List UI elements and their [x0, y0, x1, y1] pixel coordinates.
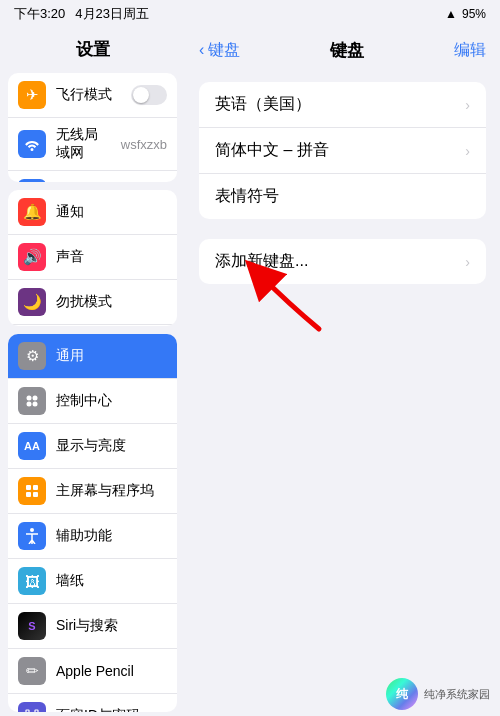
content-header: ‹ 键盘 键盘 编辑	[185, 28, 500, 72]
sidebar-item-faceid[interactable]: 面容ID与密码	[8, 694, 177, 712]
sidebar-item-sound[interactable]: 🔊 声音	[8, 235, 177, 280]
homescreen-icon	[18, 477, 46, 505]
display-icon: AA	[18, 432, 46, 460]
sidebar-item-notification[interactable]: 🔔 通知	[8, 190, 177, 235]
sidebar-item-label-controlcenter: 控制中心	[56, 392, 167, 410]
sidebar-item-dnd[interactable]: 🌙 勿扰模式	[8, 280, 177, 325]
content-scroll: 英语（美国） › 简体中文 – 拼音 › 表情符号 添加新键盘... ›	[185, 72, 500, 674]
sidebar-section-connectivity: ✈ 飞行模式 无线局域网 wsfxzxb	[8, 73, 177, 182]
airplane-toggle[interactable]	[131, 85, 167, 105]
sidebar-item-label-siri: Siri与搜索	[56, 617, 167, 635]
add-label: 添加新键盘...	[215, 251, 465, 272]
wifi-value: wsfxzxb	[121, 137, 167, 152]
sound-icon: 🔊	[18, 243, 46, 271]
sidebar-item-label-wallpaper: 墙纸	[56, 572, 167, 590]
sidebar-section-general: ⚙ 通用 控制中心 AA 显示与亮度	[8, 334, 177, 712]
sidebar-item-label-accessibility: 辅助功能	[56, 527, 167, 545]
sidebar-item-label-sound: 声音	[56, 248, 167, 266]
status-bar-left: 下午3:20 4月23日周五	[14, 5, 149, 23]
chinese-chevron-icon: ›	[465, 143, 470, 159]
sidebar-item-wifi[interactable]: 无线局域网 wsfxzxb	[8, 118, 177, 171]
sidebar-item-label-notification: 通知	[56, 203, 167, 221]
battery-percent: 95%	[462, 7, 486, 21]
back-button[interactable]: ‹ 键盘	[199, 40, 240, 61]
sidebar-item-wallpaper[interactable]: 🖼 墙纸	[8, 559, 177, 604]
watermark-text: 纯净系统家园	[424, 687, 490, 702]
svg-rect-11	[35, 710, 38, 712]
main-layout: 设置 ✈ 飞行模式 无线局域网 wsfxzxb	[0, 28, 500, 716]
sidebar-item-display[interactable]: AA 显示与亮度	[8, 424, 177, 469]
svg-point-4	[33, 402, 38, 407]
watermark-logo: 纯	[386, 678, 418, 710]
add-keyboard-section: 添加新键盘... ›	[199, 239, 486, 284]
content-item-chinese[interactable]: 简体中文 – 拼音 ›	[199, 128, 486, 174]
sidebar-item-label-pencil: Apple Pencil	[56, 663, 167, 679]
content-area: ‹ 键盘 键盘 编辑 英语（美国） › 简体中文 – 拼音 › 表情符号	[185, 28, 500, 716]
sidebar-item-airplane[interactable]: ✈ 飞行模式	[8, 73, 177, 118]
wifi-status-icon: ▲	[445, 7, 457, 21]
sidebar-item-label-general: 通用	[56, 347, 167, 365]
keyboards-section: 英语（美国） › 简体中文 – 拼音 › 表情符号	[199, 82, 486, 219]
svg-point-3	[27, 402, 32, 407]
watermark: 纯 纯净系统家园	[185, 674, 500, 716]
wallpaper-icon: 🖼	[18, 567, 46, 595]
content-item-english[interactable]: 英语（美国） ›	[199, 82, 486, 128]
status-bar-right: ▲ 95%	[445, 7, 486, 21]
sidebar-item-controlcenter[interactable]: 控制中心	[8, 379, 177, 424]
sidebar-item-label-homescreen: 主屏幕与程序坞	[56, 482, 167, 500]
sidebar-item-label-airplane: 飞行模式	[56, 86, 121, 104]
back-chevron-icon: ‹	[199, 41, 204, 59]
general-icon: ⚙	[18, 342, 46, 370]
svg-rect-10	[26, 710, 29, 712]
airplane-icon: ✈	[18, 81, 46, 109]
svg-rect-7	[26, 492, 31, 497]
svg-point-1	[27, 396, 32, 401]
pencil-icon: ✏	[18, 657, 46, 685]
english-label: 英语（美国）	[215, 94, 465, 115]
dnd-icon: 🌙	[18, 288, 46, 316]
sidebar-section-notifications: 🔔 通知 🔊 声音 🌙 勿扰模式 ⏱ 屏幕使用时间	[8, 190, 177, 327]
sidebar-item-accessibility[interactable]: 辅助功能	[8, 514, 177, 559]
faceid-icon	[18, 702, 46, 712]
content-title: 键盘	[330, 39, 364, 62]
sidebar-title: 设置	[0, 28, 185, 69]
time: 下午3:20	[14, 5, 65, 23]
sidebar-item-label-display: 显示与亮度	[56, 437, 167, 455]
sidebar-item-homescreen[interactable]: 主屏幕与程序坞	[8, 469, 177, 514]
status-bar: 下午3:20 4月23日周五 ▲ 95%	[0, 0, 500, 28]
content-item-emoji[interactable]: 表情符号	[199, 174, 486, 219]
sidebar-item-bluetooth[interactable]: B 蓝牙 打开	[8, 171, 177, 182]
accessibility-icon	[18, 522, 46, 550]
svg-rect-5	[26, 485, 31, 490]
sidebar-item-pencil[interactable]: ✏ Apple Pencil	[8, 649, 177, 694]
sidebar-item-general[interactable]: ⚙ 通用	[8, 334, 177, 379]
sidebar-item-label-dnd: 勿扰模式	[56, 293, 167, 311]
svg-point-2	[33, 396, 38, 401]
sidebar-item-label-wifi: 无线局域网	[56, 126, 111, 162]
add-chevron-icon: ›	[465, 254, 470, 270]
notification-icon: 🔔	[18, 198, 46, 226]
content-item-add[interactable]: 添加新键盘... ›	[199, 239, 486, 284]
sidebar: 设置 ✈ 飞行模式 无线局域网 wsfxzxb	[0, 28, 185, 716]
emoji-label: 表情符号	[215, 186, 470, 207]
siri-icon: S	[18, 612, 46, 640]
chinese-label: 简体中文 – 拼音	[215, 140, 465, 161]
back-label: 键盘	[208, 40, 240, 61]
sidebar-item-siri[interactable]: S Siri与搜索	[8, 604, 177, 649]
svg-rect-8	[33, 492, 38, 497]
bluetooth-icon: B	[18, 179, 46, 182]
svg-point-9	[30, 528, 34, 532]
date: 4月23日周五	[75, 5, 149, 23]
sidebar-item-label-faceid: 面容ID与密码	[56, 707, 167, 712]
wifi-icon	[18, 130, 46, 158]
edit-button[interactable]: 编辑	[454, 40, 486, 61]
controlcenter-icon	[18, 387, 46, 415]
sidebar-item-screentime[interactable]: ⏱ 屏幕使用时间	[8, 325, 177, 327]
svg-rect-6	[33, 485, 38, 490]
english-chevron-icon: ›	[465, 97, 470, 113]
arrow-annotation	[199, 304, 486, 384]
